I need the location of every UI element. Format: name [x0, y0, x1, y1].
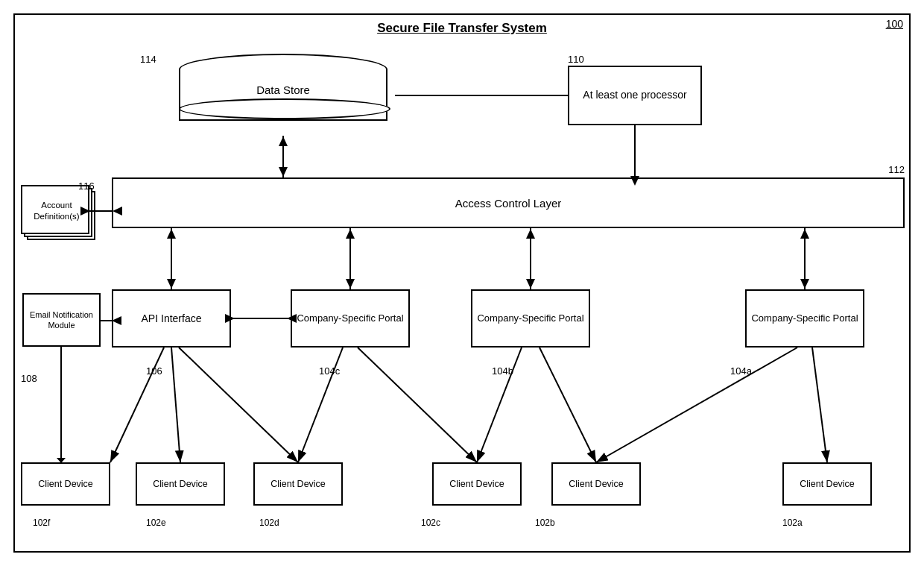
portal-a-box: Company-Specific Portal [745, 289, 864, 348]
email-notification-box: Email Notification Module [22, 293, 101, 347]
ref-116: 116 [78, 180, 95, 192]
processor-label: At least one processor [583, 88, 686, 103]
portal-c-label: Company-Specific Portal [297, 312, 403, 325]
client-b-box: Client Device [551, 462, 641, 506]
processor-box: At least one processor [568, 66, 702, 125]
portal-b-label: Company-Specific Portal [477, 312, 583, 325]
email-label: Email Notification Module [24, 309, 99, 331]
portal-a-label: Company-Specific Portal [751, 312, 858, 325]
ref-102d: 102d [259, 518, 279, 528]
ref-108: 108 [21, 373, 37, 384]
ref-102e: 102e [146, 518, 166, 528]
main-title: Secure File Transfer System [0, 21, 924, 36]
acl-box: Access Control Layer [112, 177, 905, 228]
ref-104b: 104b [492, 365, 513, 377]
portal-c-box: Company-Specific Portal [291, 289, 410, 348]
ref-102a: 102a [782, 518, 803, 528]
ref-104c: 104c [319, 365, 340, 377]
account-def-label: Account Definition(s) [22, 186, 91, 236]
api-interface-box: API Interface [112, 289, 231, 348]
api-label: API Interface [142, 312, 202, 324]
data-store-label: Data Store [179, 84, 387, 96]
client-e-box: Client Device [136, 462, 225, 506]
ref-102b: 102b [535, 518, 555, 528]
client-f-box: Client Device [21, 462, 110, 506]
ref-112: 112 [888, 164, 905, 175]
ref-102f: 102f [33, 518, 50, 528]
ref-100: 100 [886, 18, 903, 30]
diagram-container: Secure File Transfer System 100 Data Sto… [0, 0, 924, 566]
ref-110: 110 [568, 54, 584, 65]
ref-104a: 104a [730, 365, 752, 377]
client-c-box: Client Device [432, 462, 522, 506]
ref-102c: 102c [421, 518, 440, 528]
account-def-box-front: Account Definition(s) [21, 185, 89, 234]
ref-106: 106 [146, 365, 162, 377]
portal-b-box: Company-Specific Portal [471, 289, 590, 348]
data-store: Data Store [179, 54, 387, 136]
cylinder-bottom-ellipse [179, 98, 390, 119]
client-d-box: Client Device [253, 462, 343, 506]
ref-114: 114 [140, 54, 156, 65]
acl-label: Access Control Layer [455, 197, 562, 210]
client-a-box: Client Device [782, 462, 872, 506]
